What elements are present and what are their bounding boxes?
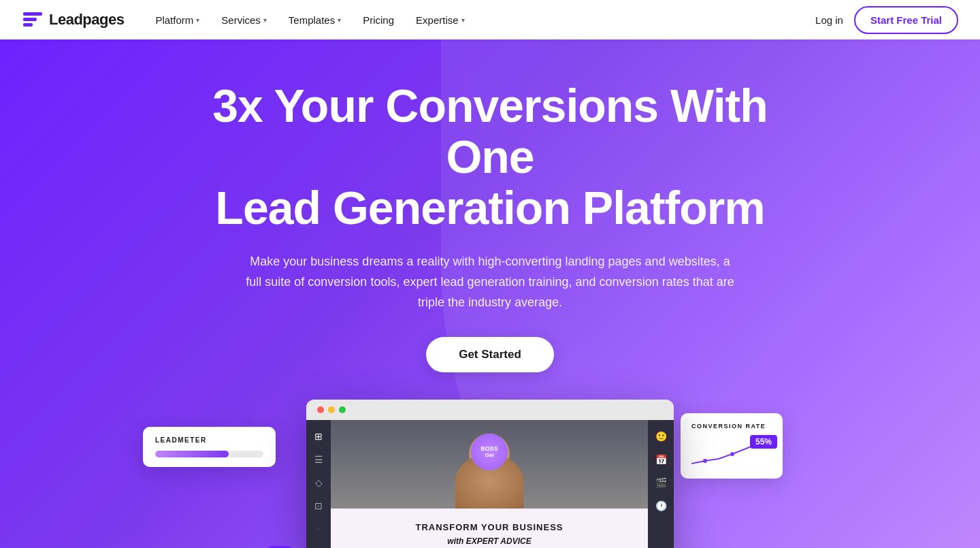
login-link[interactable]: Log in (815, 14, 843, 26)
lp-title: TRANSFORM YOUR BUSINESS (350, 522, 629, 534)
conversion-rate-card: CONVERSION RATE 55% (681, 413, 783, 479)
pencil-icon[interactable]: ✎ (308, 543, 329, 548)
layers-icon[interactable]: ⊞ (308, 427, 329, 446)
browser-bar (306, 400, 674, 420)
leadmeter-label: LEADMETER (155, 436, 263, 444)
leadmeter-bar (155, 451, 263, 457)
shapes-icon[interactable]: ◇ (308, 473, 329, 492)
svg-rect-0 (23, 12, 42, 16)
nav-services[interactable]: Services ▾ (212, 9, 276, 31)
divider-icon: ─ (308, 519, 329, 538)
hero-title: 3x Your Conversions With One Lead Genera… (200, 80, 780, 233)
hero-section: 3x Your Conversions With One Lead Genera… (0, 0, 980, 548)
editor-sidebar: ⊞ ☰ ◇ ⊡ ─ ✎ ⚙ ⊡ ⚙ (306, 420, 331, 548)
logo[interactable]: Leadpages (22, 11, 124, 29)
nav-platform[interactable]: Platform ▾ (146, 9, 209, 31)
nav-links: Platform ▾ Services ▾ Templates ▾ Pricin… (146, 9, 815, 31)
thumbs-up-button[interactable]: 👍 (267, 546, 293, 548)
nav-templates[interactable]: Templates ▾ (279, 9, 350, 31)
chevron-down-icon: ▾ (461, 16, 465, 24)
get-started-button[interactable]: Get Started (426, 337, 554, 372)
nav-expertise[interactable]: Expertise ▾ (406, 9, 474, 31)
svg-point-3 (703, 459, 707, 463)
emoji-icon[interactable]: 🙂 (651, 427, 671, 446)
browser-minimize-dot (328, 406, 335, 413)
video-icon[interactable]: 🎬 (651, 473, 671, 492)
browser-mockup: ⊞ ☰ ◇ ⊡ ─ ✎ ⚙ ⊡ ⚙ (306, 400, 674, 548)
right-panel: 🙂 📅 🎬 🕐 (648, 420, 674, 548)
hero-illustration: LEADMETER CONVERSION RATE 55% (184, 400, 796, 548)
elements-icon[interactable]: ☰ (308, 450, 329, 469)
browser-maximize-dot (339, 406, 346, 413)
start-trial-button[interactable]: Start Free Trial (854, 6, 958, 34)
grid-icon[interactable]: ⊡ (308, 496, 329, 515)
svg-rect-2 (23, 23, 33, 27)
lp-body: TRANSFORM YOUR BUSINESS with EXPERT ADVI… (331, 509, 648, 548)
svg-rect-1 (23, 18, 37, 21)
landing-page-preview: BOSS Gal TRANSFORM YOUR BUSINESS with EX… (331, 420, 648, 548)
browser-close-dot (317, 406, 324, 413)
floating-actions: 👍 — (267, 546, 293, 548)
calendar-icon[interactable]: 📅 (651, 450, 671, 469)
chevron-down-icon: ▾ (263, 16, 267, 24)
lp-logo-badge: BOSS Gal (471, 434, 508, 470)
nav-actions: Log in Start Free Trial (815, 6, 958, 34)
conversion-label: CONVERSION RATE (691, 423, 772, 430)
lp-subtitle: with EXPERT ADVICE (350, 536, 629, 546)
hero-subtitle: Make your business dreams a reality with… (245, 252, 735, 312)
clock-icon[interactable]: 🕐 (651, 496, 671, 515)
hero-content: 3x Your Conversions With One Lead Genera… (184, 39, 796, 400)
chevron-down-icon: ▾ (338, 16, 341, 24)
nav-pricing[interactable]: Pricing (353, 9, 404, 31)
logo-text: Leadpages (49, 11, 124, 29)
conversion-value: 55% (750, 435, 777, 449)
chevron-down-icon: ▾ (196, 16, 199, 24)
svg-point-4 (730, 452, 734, 456)
leadmeter-card: LEADMETER (143, 427, 276, 467)
leadmeter-fill (155, 451, 229, 457)
conversion-chart: 55% (691, 435, 772, 469)
navbar: Leadpages Platform ▾ Services ▾ Template… (0, 0, 980, 39)
lp-header-image: BOSS Gal (331, 420, 648, 509)
